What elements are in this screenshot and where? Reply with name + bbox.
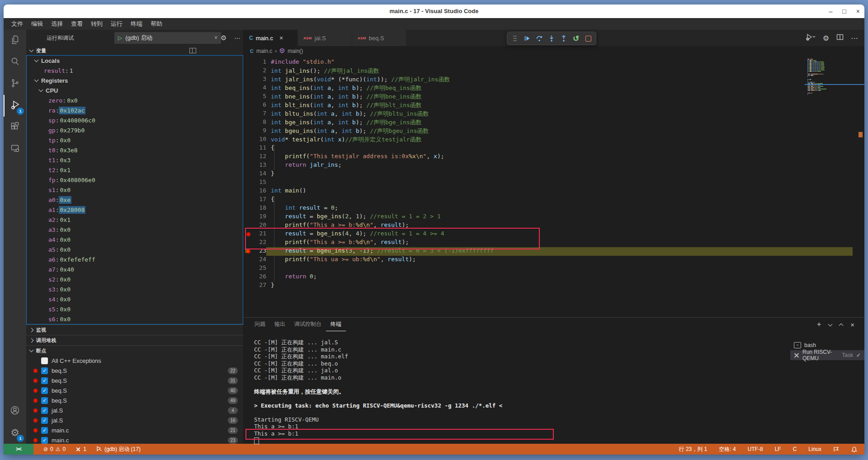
variable-row[interactable]: a2: 0x1 bbox=[27, 215, 243, 225]
code-text[interactable]: printf("This a >= b:%d\n", result); bbox=[266, 221, 853, 230]
exceptions-checkbox[interactable] bbox=[41, 357, 48, 364]
restart-button[interactable]: ↺ bbox=[571, 33, 581, 44]
close-button[interactable]: × bbox=[856, 8, 860, 15]
sidebar-item-remote-explorer[interactable] bbox=[4, 138, 26, 160]
cursor-position[interactable]: 行 23，列 1 bbox=[679, 446, 708, 453]
code-line[interactable]: 13 return jalr_ins; bbox=[244, 161, 864, 170]
settings-button[interactable]: ⚙ 1 bbox=[4, 422, 26, 444]
gutter[interactable] bbox=[244, 282, 254, 290]
code-text[interactable]: result = bge_ins(4, 4); //result = 1 = 4… bbox=[266, 230, 853, 239]
variable-row[interactable]: s5: 0x0 bbox=[27, 304, 243, 314]
step-into-button[interactable] bbox=[546, 33, 557, 44]
menu-item[interactable]: 运行 bbox=[107, 18, 127, 30]
gutter[interactable] bbox=[244, 221, 254, 230]
problems-indicator[interactable]: ⊘ 0 ⚠ 0 bbox=[43, 446, 66, 452]
drag-grip-icon[interactable] bbox=[509, 33, 520, 44]
breakpoint-row[interactable]: ✓beq.S22 bbox=[26, 366, 243, 376]
breakpoint-row[interactable]: ✓beq.S49 bbox=[26, 395, 243, 405]
gutter[interactable]: ▷ bbox=[244, 247, 254, 256]
gutter[interactable] bbox=[244, 264, 254, 273]
variable-row[interactable]: a6: 0xfefefeff bbox=[27, 254, 243, 264]
variable-row[interactable]: s1: 0x0 bbox=[27, 185, 243, 195]
gutter[interactable] bbox=[244, 67, 254, 75]
breakpoint-checkbox[interactable]: ✓ bbox=[41, 377, 48, 384]
code-text[interactable]: int beq_ins(int a, int b); //声明beq_ins函数 bbox=[266, 84, 853, 93]
gutter[interactable] bbox=[244, 84, 254, 93]
gutter[interactable] bbox=[244, 110, 254, 118]
panel-tab[interactable]: 输出 bbox=[270, 318, 290, 331]
menu-item[interactable]: 编辑 bbox=[27, 18, 47, 30]
variable-group-row[interactable]: Locals bbox=[27, 56, 243, 66]
gutter[interactable] bbox=[244, 93, 254, 101]
gutter[interactable] bbox=[244, 136, 254, 144]
callstack-section-header[interactable]: 调用堆栈 bbox=[26, 335, 243, 345]
breakpoint-row[interactable]: ✓beq.S40 bbox=[26, 385, 243, 395]
breakpoint-checkbox[interactable]: ✓ bbox=[41, 367, 48, 374]
code-line[interactable]: 17{ bbox=[244, 196, 864, 204]
variable-row[interactable]: s6: 0x0 bbox=[27, 314, 243, 324]
encoding[interactable]: UTF-8 bbox=[748, 446, 763, 452]
debug-settings-gear-icon[interactable]: ⚙ bbox=[221, 30, 226, 46]
minimap-slider[interactable] bbox=[805, 84, 864, 85]
gutter[interactable] bbox=[244, 144, 254, 153]
variable-row[interactable]: s3: 0x0 bbox=[27, 284, 243, 294]
code-text[interactable]: int result = 0; bbox=[266, 204, 853, 213]
sidebar-item-explorer[interactable] bbox=[4, 30, 26, 52]
panes-icon[interactable] bbox=[189, 48, 196, 53]
editor-body[interactable]: 1#include "stdio.h"2int jal_ins(); //声明j… bbox=[244, 56, 864, 317]
gutter[interactable] bbox=[244, 101, 254, 110]
code-text[interactable]: #include "stdio.h" bbox=[266, 58, 853, 67]
tab-jal.S[interactable]: ASMjal.S bbox=[298, 30, 352, 46]
variable-row[interactable]: t0: 0x3e8 bbox=[27, 145, 243, 155]
panel-tab[interactable]: 终端 bbox=[326, 318, 346, 331]
breakpoint-row[interactable]: ✓beq.S31 bbox=[26, 376, 243, 385]
gutter[interactable] bbox=[244, 239, 254, 247]
code-line[interactable]: 7int bltu_ins(int a, int b); //声明bltu_in… bbox=[244, 110, 864, 118]
code-line[interactable]: 27} bbox=[244, 282, 864, 290]
code-text[interactable]: return jalr_ins; bbox=[266, 161, 853, 170]
code-text[interactable]: int jal_ins(); //声明jal_ins函数 bbox=[266, 67, 853, 75]
code-line[interactable]: 10void* testjalr(int x)//声明并定义testjalr函数 bbox=[244, 136, 864, 144]
code-text[interactable]: int main() bbox=[266, 187, 853, 196]
code-line[interactable]: 4int beq_ins(int a, int b); //声明beq_ins函… bbox=[244, 84, 864, 93]
code-text[interactable]: void* testjalr(int x)//声明并定义testjalr函数 bbox=[266, 136, 853, 144]
gutter[interactable] bbox=[244, 58, 254, 67]
run-or-debug-button[interactable] bbox=[806, 33, 816, 42]
gutter[interactable] bbox=[244, 273, 254, 282]
code-text[interactable] bbox=[266, 178, 853, 187]
menu-item[interactable]: 帮助 bbox=[146, 18, 166, 30]
variable-row[interactable]: tp: 0x0 bbox=[27, 135, 243, 145]
code-text[interactable] bbox=[266, 264, 853, 273]
variable-row[interactable]: a7: 0x40 bbox=[27, 264, 243, 274]
variable-row[interactable]: a1: 0x28008 bbox=[27, 205, 243, 215]
close-icon[interactable]: × bbox=[279, 34, 283, 42]
code-text[interactable]: int bge_ins(int a, int b); //声明bge_ins函数 bbox=[266, 118, 853, 127]
language-mode[interactable]: C bbox=[793, 446, 797, 452]
feedback-icon[interactable] bbox=[833, 446, 840, 452]
code-text[interactable]: printf("This ua >= ub:%d\n", result); bbox=[266, 256, 853, 264]
variable-row[interactable]: s4: 0x0 bbox=[27, 294, 243, 304]
menu-item[interactable]: 转到 bbox=[87, 18, 107, 30]
start-debug-icon[interactable]: ▷ bbox=[118, 35, 122, 41]
tab-beq.S[interactable]: ASMbeq.S bbox=[352, 30, 406, 46]
step-over-button[interactable] bbox=[534, 33, 545, 44]
code-text[interactable]: int bgeu_ins(int a, int b); //声明bgeu_ins… bbox=[266, 127, 853, 136]
code-text[interactable]: { bbox=[266, 196, 853, 204]
notifications-bell-icon[interactable] bbox=[851, 446, 857, 452]
new-terminal-icon[interactable]: + bbox=[817, 320, 821, 329]
variable-row[interactable]: a4: 0x0 bbox=[27, 235, 243, 244]
variable-row[interactable]: zero: 0x0 bbox=[27, 95, 243, 105]
accounts-button[interactable] bbox=[4, 400, 26, 422]
code-line[interactable]: 16int main() bbox=[244, 187, 864, 196]
terminal-list-item[interactable]: Run RISCV-QEMUTask✓ bbox=[790, 350, 864, 360]
variable-row[interactable]: a3: 0x0 bbox=[27, 225, 243, 235]
gutter[interactable] bbox=[244, 230, 254, 239]
breakpoints-section-header[interactable]: 断点 bbox=[26, 345, 243, 356]
step-out-button[interactable] bbox=[558, 33, 569, 44]
sidebar-item-run-debug[interactable]: 1 bbox=[4, 95, 26, 117]
code-text[interactable]: printf("This testjalr address is:0x%x\n"… bbox=[266, 153, 853, 161]
close-panel-icon[interactable]: × bbox=[850, 321, 854, 329]
gutter[interactable] bbox=[244, 256, 254, 264]
breadcrumb[interactable]: C main.c › main() bbox=[244, 46, 864, 56]
code-line[interactable]: 21 result = bge_ins(4, 4); //result = 1 … bbox=[244, 230, 864, 239]
